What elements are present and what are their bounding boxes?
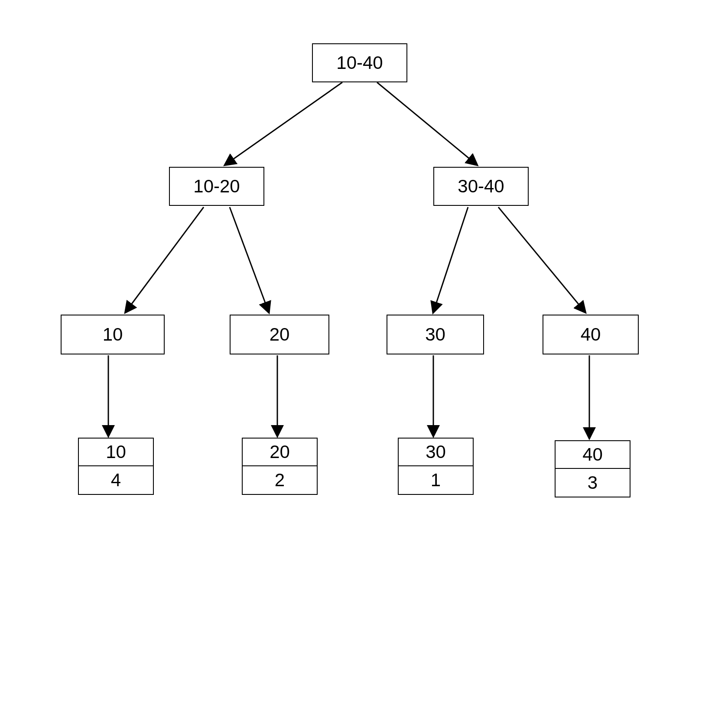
leaf-bottom: 4 xyxy=(111,470,121,491)
tree-leaf-l2: 20 2 xyxy=(242,438,318,495)
tree-node-level2-n2: 20 xyxy=(230,315,329,354)
svg-line-6 xyxy=(498,207,585,312)
tree-connectors xyxy=(0,0,728,728)
leaf-bottom: 2 xyxy=(275,470,285,491)
tree-node-level2-n1: 10 xyxy=(61,315,165,354)
node-label: 10 xyxy=(103,324,123,345)
leaf-top: 30 xyxy=(426,442,446,462)
tree-leaf-l1: 10 4 xyxy=(78,438,154,495)
leaf-bottom: 1 xyxy=(431,470,441,491)
tree-node-level2-n4: 40 xyxy=(543,315,639,354)
node-label: 10-20 xyxy=(193,176,240,197)
node-label: 40 xyxy=(581,324,601,345)
svg-line-5 xyxy=(433,207,468,312)
tree-leaf-l3: 30 1 xyxy=(398,438,474,495)
leaf-top: 40 xyxy=(582,444,603,465)
tree-root: 10-40 xyxy=(312,43,407,82)
leaf-bottom: 3 xyxy=(588,472,598,493)
leaf-top: 10 xyxy=(106,442,126,462)
svg-line-2 xyxy=(377,82,477,165)
svg-line-3 xyxy=(126,207,204,312)
leaf-top: 20 xyxy=(270,442,290,462)
tree-node-level1-left: 10-20 xyxy=(169,167,264,206)
svg-line-1 xyxy=(225,82,342,165)
svg-line-4 xyxy=(230,207,269,312)
tree-node-level1-right: 30-40 xyxy=(433,167,529,206)
node-label: 20 xyxy=(270,324,290,345)
root-label: 10-40 xyxy=(336,52,383,73)
node-label: 30-40 xyxy=(458,176,504,197)
tree-node-level2-n3: 30 xyxy=(387,315,484,354)
node-label: 30 xyxy=(425,324,445,345)
tree-leaf-l4: 40 3 xyxy=(555,440,630,497)
